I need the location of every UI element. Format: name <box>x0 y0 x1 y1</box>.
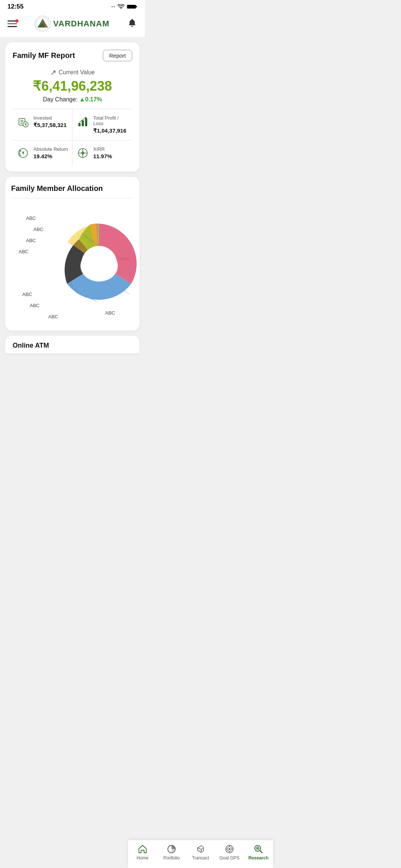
current-value-section: ↗ Current Value ₹6,41,96,238 Day Change:… <box>13 68 132 103</box>
stat-xirr: XIRR 11.97% <box>72 140 132 166</box>
current-value-label: ↗ Current Value <box>13 68 132 77</box>
svg-point-21 <box>82 153 83 153</box>
chart-label-9: ABC <box>105 310 115 316</box>
svg-rect-1 <box>136 6 137 7</box>
stat-xirr-info: XIRR 11.97% <box>93 146 112 159</box>
current-value-amount: ₹6,41,96,238 <box>13 78 132 94</box>
stat-invested-info: Invested ₹5,37,58,321 <box>33 115 66 129</box>
svg-line-32 <box>124 290 130 294</box>
svg-rect-13 <box>82 120 84 126</box>
report-button[interactable]: Report <box>103 50 132 61</box>
status-time: 12:55 <box>7 3 23 10</box>
battery-icon <box>127 4 137 9</box>
stats-grid: ₹ Invested ₹5,37,58,321 <box>13 109 132 166</box>
xirr-icon <box>76 146 89 160</box>
chart-label-4: ABC <box>19 249 29 254</box>
card-title: Family MF Report <box>13 51 75 60</box>
profit-icon <box>76 115 89 129</box>
svg-rect-14 <box>85 118 87 126</box>
notification-dot <box>15 19 19 23</box>
chart-label-1: ABC <box>26 215 36 221</box>
allocation-card: Family Member Allocation ABC ABC ABC ABC… <box>5 177 140 331</box>
allocation-chart: ABC ABC ABC ABC ABC ABC ABC ABC ABC <box>11 204 134 323</box>
family-mf-report-card: Family MF Report Report ↗ Current Value … <box>5 42 140 172</box>
allocation-title: Family Member Allocation <box>11 184 134 193</box>
status-icons <box>111 4 137 9</box>
stat-invested: ₹ Invested ₹5,37,58,321 <box>13 109 72 140</box>
app-logo: VARDHANAM <box>35 16 110 32</box>
chart-label-7: ABC <box>48 314 58 319</box>
notification-button[interactable] <box>127 18 137 30</box>
menu-button[interactable] <box>7 20 17 27</box>
chart-label-6: ABC <box>30 303 40 308</box>
donut-chart-svg <box>55 219 144 308</box>
header: VARDHANAM <box>0 12 145 37</box>
svg-point-23 <box>81 246 117 282</box>
day-change: Day Change: ▲0.17% <box>13 96 132 103</box>
stat-return-info: Absolute Return 19.42% <box>33 146 68 159</box>
return-icon: ₹ <box>16 146 30 160</box>
status-bar: 12:55 <box>0 0 145 12</box>
invest-icon: ₹ <box>16 115 30 129</box>
online-atm-title: Online ATM <box>13 342 49 349</box>
stat-return: ₹ Absolute Return 19.42% <box>13 140 72 166</box>
svg-text:₹: ₹ <box>22 151 25 155</box>
signal-icon <box>111 6 115 7</box>
main-content: Family MF Report Report ↗ Current Value … <box>0 37 145 353</box>
chart-label-2: ABC <box>33 227 43 232</box>
svg-text:₹: ₹ <box>25 123 27 127</box>
chart-label-3: ABC <box>26 238 36 243</box>
card-header: Family MF Report Report <box>13 50 132 61</box>
day-change-value: ▲0.17% <box>79 96 102 103</box>
chart-label-5: ABC <box>22 292 32 297</box>
svg-rect-12 <box>78 123 81 126</box>
wifi-icon <box>117 4 125 9</box>
online-atm-section: Online ATM <box>5 336 140 353</box>
stat-profit-info: Total Profit / Loss ₹1,04,37,916 <box>93 115 128 134</box>
svg-rect-0 <box>127 5 136 9</box>
trend-icon: ↗ <box>50 68 56 77</box>
app-name: VARDHANAM <box>53 19 110 29</box>
stat-profit: Total Profit / Loss ₹1,04,37,916 <box>72 109 132 140</box>
